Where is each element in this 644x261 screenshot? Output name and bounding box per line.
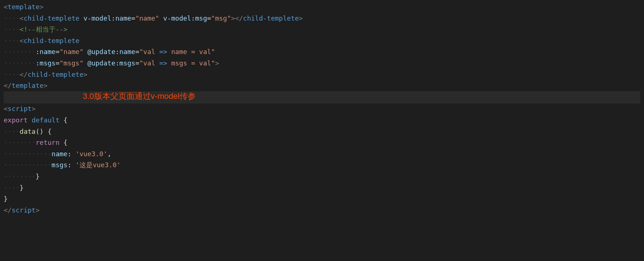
code-line-12[interactable]: ····data() { bbox=[4, 126, 640, 137]
brace: { bbox=[47, 128, 52, 135]
attr-value: "msg" bbox=[211, 14, 231, 22]
attr-value: "name" bbox=[135, 14, 159, 22]
attr-value: " bbox=[211, 59, 215, 67]
bracket: > bbox=[84, 71, 88, 78]
bracket: > bbox=[215, 59, 219, 67]
comma: , bbox=[107, 150, 112, 158]
code-line-11[interactable]: export default { bbox=[4, 115, 640, 126]
indent: ···· bbox=[4, 128, 20, 135]
code-line-6[interactable]: ········:msgs="msgs" @update:msgs="val =… bbox=[4, 58, 640, 69]
indent: ···· bbox=[4, 184, 20, 192]
keyword-default: default bbox=[32, 116, 60, 124]
brace: } bbox=[36, 172, 40, 180]
space bbox=[60, 116, 64, 124]
code-line-2[interactable]: ····<child-templete v-model:name="name" … bbox=[4, 13, 640, 24]
code-line-16[interactable]: ········} bbox=[4, 171, 640, 182]
code-line-5[interactable]: ········:name="name" @update:name="val =… bbox=[4, 46, 640, 58]
code-line-7[interactable]: ····</child-templete> bbox=[4, 69, 640, 81]
attr-name: v-model:msg bbox=[163, 14, 207, 22]
text: val bbox=[143, 59, 159, 67]
code-line-13[interactable]: ········return { bbox=[4, 137, 640, 149]
space bbox=[60, 139, 64, 146]
eq: = bbox=[56, 48, 60, 56]
space bbox=[43, 128, 47, 135]
tag-name: child-templete bbox=[24, 37, 79, 44]
bracket: < bbox=[4, 3, 8, 11]
space bbox=[71, 161, 75, 169]
tag-name: child-templete bbox=[28, 71, 84, 78]
tag-name: child-templete bbox=[24, 14, 79, 22]
indent: ············ bbox=[4, 150, 52, 158]
bracket: </ bbox=[20, 71, 28, 78]
eq: = bbox=[56, 59, 60, 67]
code-line-18[interactable]: } bbox=[4, 193, 640, 205]
attr-name: :msgs bbox=[36, 59, 56, 67]
tag-name: template bbox=[8, 3, 40, 11]
brace: { bbox=[64, 116, 68, 124]
space bbox=[159, 14, 163, 22]
code-line-10[interactable]: <script> bbox=[4, 103, 640, 115]
indent: ···· bbox=[4, 25, 20, 33]
indent: ········ bbox=[4, 139, 36, 146]
arrow: => bbox=[159, 59, 167, 67]
parens: () bbox=[36, 128, 44, 135]
bracket: </ bbox=[235, 14, 243, 22]
colon: : bbox=[67, 161, 71, 169]
function-name: data bbox=[20, 128, 35, 135]
code-line-4[interactable]: ····<child-templete bbox=[4, 35, 640, 47]
bracket: </ bbox=[4, 82, 12, 89]
eq: = bbox=[135, 48, 139, 56]
code-editor[interactable]: <template> ····<child-templete v-model:n… bbox=[4, 1, 640, 216]
attr-value: "name" bbox=[60, 48, 84, 56]
string: '这是vue3.0' bbox=[75, 161, 121, 169]
attr-name: :name bbox=[36, 48, 56, 56]
brace: } bbox=[4, 195, 8, 203]
bracket: > bbox=[32, 105, 36, 112]
colon: : bbox=[67, 150, 71, 158]
indent: ········ bbox=[4, 172, 36, 180]
attr-value: " bbox=[211, 48, 215, 56]
comment: <!--相当于--> bbox=[20, 25, 67, 33]
bracket: < bbox=[20, 14, 24, 22]
attr-name: @update:msgs bbox=[88, 59, 135, 67]
bracket: > bbox=[231, 14, 235, 22]
tag-name: script bbox=[12, 206, 36, 214]
keyword-return: return bbox=[36, 139, 60, 146]
bracket: > bbox=[43, 82, 47, 89]
eq: = bbox=[131, 14, 135, 22]
brace: { bbox=[64, 139, 68, 146]
code-line-19[interactable]: </script> bbox=[4, 205, 640, 216]
tag-name: template bbox=[12, 82, 44, 89]
eq: = bbox=[207, 14, 211, 22]
space bbox=[84, 59, 88, 67]
property: name bbox=[52, 150, 67, 158]
code-line-3[interactable]: ····<!--相当于--> bbox=[4, 24, 640, 35]
string: 'vue3.0' bbox=[75, 150, 107, 158]
code-line-17[interactable]: ····} bbox=[4, 182, 640, 194]
text: val bbox=[143, 48, 159, 56]
space bbox=[79, 14, 84, 22]
code-line-1[interactable]: <template> bbox=[4, 1, 640, 13]
bracket: < bbox=[4, 105, 8, 112]
indent: ···· bbox=[4, 71, 20, 78]
bracket: < bbox=[20, 37, 24, 44]
bracket: > bbox=[299, 14, 303, 22]
attr-value: " bbox=[139, 59, 144, 67]
bracket: > bbox=[40, 3, 44, 11]
indent: ········ bbox=[4, 48, 36, 56]
tag-name: script bbox=[8, 105, 32, 112]
bracket: </ bbox=[4, 206, 12, 214]
indent: ········ bbox=[4, 59, 36, 67]
arrow: => bbox=[159, 48, 167, 56]
eq: = bbox=[135, 59, 139, 67]
code-line-15[interactable]: ············msgs: '这是vue3.0' bbox=[4, 160, 640, 171]
space bbox=[84, 48, 88, 56]
bracket: > bbox=[36, 206, 40, 214]
attr-name: v-model:name bbox=[84, 14, 131, 22]
keyword-export: export bbox=[4, 116, 28, 124]
code-line-14[interactable]: ············name: 'vue3.0', bbox=[4, 149, 640, 160]
space bbox=[28, 116, 32, 124]
attr-name: @update:name bbox=[88, 48, 135, 56]
attr-value: "msgs" bbox=[60, 59, 84, 67]
indent: ···· bbox=[4, 37, 20, 44]
